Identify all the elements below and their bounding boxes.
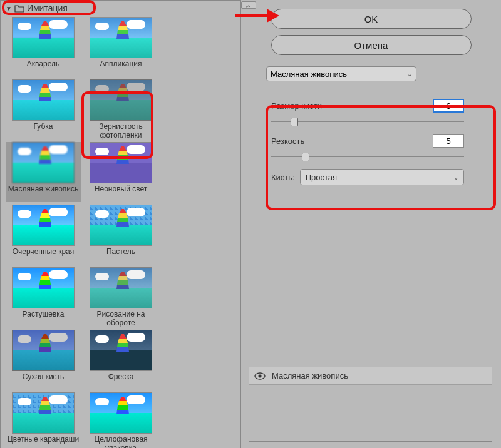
thumbnail-label: Неоновый свет	[83, 185, 158, 202]
chevron-down-icon: ⌄	[407, 71, 412, 78]
thumbnail-image	[12, 205, 75, 246]
thumbnail-image	[90, 330, 152, 371]
thumbnail-label: Цветные карандаши	[6, 435, 81, 448]
ok-button[interactable]: OK	[271, 9, 472, 29]
thumbnail-label: Масляная живопись	[6, 185, 81, 202]
brush-type-value: Простая	[306, 173, 337, 182]
thumbnail-image	[90, 392, 152, 434]
thumbnail-label: Растушевка	[6, 310, 81, 327]
thumbnail-label: Зернистость фотопленки	[83, 122, 158, 140]
folder-icon	[14, 4, 24, 13]
thumbnail-label: Акварель	[6, 59, 81, 77]
filter-thumbnail[interactable]: Сухая кисть	[6, 330, 81, 390]
slider-track	[271, 121, 464, 122]
visibility-icon[interactable]	[254, 372, 266, 380]
filter-thumbnail[interactable]: Зернистость фотопленки	[83, 79, 158, 140]
filter-thumbnail[interactable]: Целлофановая упаковка	[83, 392, 158, 448]
chevron-down-icon: ⌄	[453, 174, 458, 181]
parameters-box: Размер кисти Резкость Кисть: Простая ⌄	[261, 88, 474, 196]
thumbnail-grid: АкварельАппликацияГубкаЗернистость фотоп…	[1, 16, 240, 448]
thumbnail-label: Рисование на обороте	[83, 310, 158, 327]
thumbnail-image	[12, 142, 75, 183]
sharpness-slider[interactable]	[271, 150, 464, 163]
thumbnail-image	[12, 267, 75, 308]
thumbnail-image	[12, 17, 75, 58]
filter-thumbnail[interactable]: Аппликация	[83, 17, 158, 77]
filter-thumbnail[interactable]: Рисование на обороте	[83, 267, 158, 327]
filter-dropdown[interactable]: Масляная живопись ⌄	[266, 66, 416, 81]
sharpness-input[interactable]	[433, 134, 464, 148]
slider-thumb[interactable]	[302, 153, 309, 161]
thumbnail-label: Пастель	[83, 247, 158, 265]
filter-dropdown-label: Масляная живопись	[271, 69, 347, 79]
svg-point-1	[259, 374, 262, 377]
slider-thumb[interactable]	[291, 118, 298, 126]
thumbnail-image	[90, 205, 152, 246]
thumbnail-label: Фреска	[83, 372, 158, 390]
filter-thumbnail[interactable]: Масляная живопись	[6, 142, 81, 202]
effect-layer-row[interactable]: Масляная живопись	[249, 367, 492, 385]
thumbnail-image	[12, 392, 75, 434]
thumbnail-label: Очерченные края	[6, 247, 81, 265]
brush-size-label: Размер кисти	[271, 101, 322, 111]
slider-track	[271, 156, 464, 157]
filter-thumbnail[interactable]: Цветные карандаши	[6, 392, 81, 448]
collapse-icon: ︽	[246, 2, 251, 9]
folder-label: Имитация	[27, 3, 68, 13]
effect-layers-box: Масляная живопись	[249, 367, 492, 442]
thumbnail-image	[90, 79, 152, 121]
brush-size-input[interactable]	[433, 99, 464, 113]
filter-thumbnail[interactable]: Очерченные края	[6, 205, 81, 265]
brush-type-dropdown[interactable]: Простая ⌄	[300, 169, 464, 185]
filter-thumbnail[interactable]: Растушевка	[6, 267, 81, 327]
effect-layer-name: Масляная живопись	[272, 371, 348, 380]
folder-header-imitation[interactable]: Имитация	[1, 1, 240, 16]
thumbnail-image	[12, 79, 75, 121]
filter-thumbnail[interactable]: Неоновый свет	[83, 142, 158, 202]
brush-type-label: Кисть:	[271, 173, 295, 182]
thumbnail-label: Целлофановая упаковка	[83, 435, 158, 448]
sharpness-label: Резкость	[271, 136, 304, 146]
thumbnail-image	[12, 330, 75, 371]
brush-size-slider[interactable]	[271, 115, 464, 128]
thumbnail-image	[90, 267, 152, 308]
filter-thumbnail[interactable]: Фреска	[83, 330, 158, 390]
thumbnail-label: Аппликация	[83, 59, 158, 77]
thumbnail-image	[90, 17, 152, 58]
thumbnail-image	[90, 142, 152, 183]
filter-gallery-panel: Имитация АкварельАппликацияГубкаЗернисто…	[0, 0, 241, 448]
collapse-button[interactable]: ︽	[241, 1, 256, 9]
filter-thumbnail[interactable]: Губка	[6, 79, 81, 140]
filter-thumbnail[interactable]: Пастель	[83, 205, 158, 265]
thumbnail-label: Сухая кисть	[6, 372, 81, 390]
filter-thumbnail[interactable]: Акварель	[6, 17, 81, 77]
cancel-button[interactable]: Отмена	[271, 35, 472, 55]
thumbnail-label: Губка	[6, 122, 81, 140]
settings-panel: ︽ OK Отмена Масляная живопись ⌄ Размер к…	[241, 0, 501, 448]
